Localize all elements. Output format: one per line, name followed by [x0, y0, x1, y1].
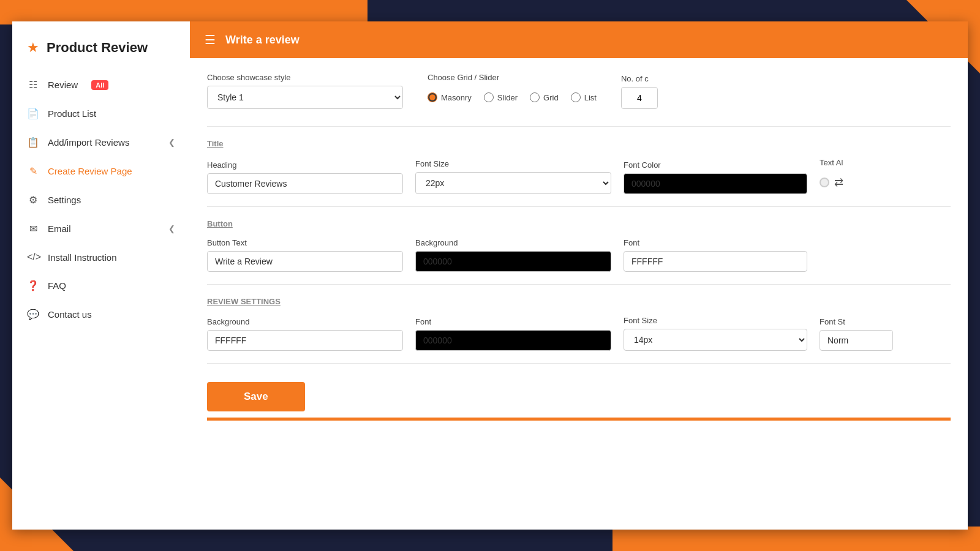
font-color-input[interactable] — [624, 173, 807, 194]
font-size-select[interactable]: 12px 14px 16px 18px 20px 22px 24px 28px … — [415, 172, 611, 194]
button-text-input[interactable] — [207, 251, 403, 272]
text-align-controls: ⇄ — [820, 171, 843, 194]
sidebar-label-review: Review — [48, 80, 78, 90]
heading-label: Heading — [207, 160, 403, 170]
email-icon: ✉ — [27, 223, 39, 234]
title-section-label: Title — [207, 139, 951, 148]
review-settings-label: REVIEW SETTINGS — [207, 297, 951, 306]
text-align-label: Text Al — [820, 158, 843, 167]
showcase-section: Choose showcase style Style 1 Style 2 St… — [207, 73, 951, 127]
no-of-col-label: No. of c — [621, 74, 658, 83]
edit-icon: ✎ — [27, 165, 39, 177]
radio-slider[interactable]: Slider — [484, 92, 518, 102]
review-font-size-group: Font Size 10px 11px 12px 13px 14px 16px … — [624, 316, 807, 351]
review-font-style-label: Font St — [820, 317, 893, 326]
sidebar-item-add-import[interactable]: 📋 Add/import Reviews ❮ — [12, 128, 190, 157]
button-font-label: Font — [624, 238, 807, 247]
button-section: Button Button Text Background Font — [207, 219, 951, 285]
text-align-radio[interactable] — [820, 178, 829, 187]
heading-input[interactable] — [207, 173, 403, 194]
sidebar-label-install: Install Instruction — [48, 252, 117, 263]
radio-slider-input[interactable] — [484, 92, 494, 102]
button-section-label: Button — [207, 219, 951, 228]
heading-group: Heading — [207, 160, 403, 194]
top-bar: ☰ Write a review — [190, 21, 968, 58]
grid-slider-label: Choose Grid / Slider — [428, 73, 597, 82]
radio-grid[interactable]: Grid — [530, 92, 559, 102]
showcase-style-label: Choose showcase style — [207, 73, 403, 82]
text-align-icon[interactable]: ⇄ — [834, 176, 843, 189]
button-font-input[interactable] — [624, 251, 807, 272]
review-settings-row: Background Font Font Size 10px 11px 12px — [207, 316, 951, 351]
sidebar-item-create-review[interactable]: ✎ Create Review Page — [12, 157, 190, 186]
sidebar-nav: ☷ Review All 📄 Product List 📋 Add/import… — [12, 70, 190, 530]
grid-slider-group: Choose Grid / Slider Masonry Slider — [428, 73, 597, 109]
review-font-size-select[interactable]: 10px 11px 12px 13px 14px 16px 18px 20px — [624, 329, 807, 351]
showcase-row: Choose showcase style Style 1 Style 2 St… — [207, 73, 951, 109]
review-bg-label: Background — [207, 317, 403, 326]
showcase-style-select[interactable]: Style 1 Style 2 Style 3 — [207, 86, 403, 109]
review-font-input[interactable] — [415, 330, 611, 351]
radio-grid-label: Grid — [543, 93, 559, 102]
radio-grid-input[interactable] — [530, 92, 540, 102]
main-content: ☰ Write a review Choose showcase style S… — [190, 21, 968, 530]
text-align-group: Text Al ⇄ — [820, 158, 843, 194]
page-title: Write a review — [225, 34, 300, 47]
no-of-col-input[interactable] — [621, 87, 658, 109]
review-font-style-group: Font St — [820, 317, 893, 351]
sidebar-label-faq: FAQ — [48, 280, 66, 291]
font-size-label: Font Size — [415, 159, 611, 168]
sidebar-item-review[interactable]: ☷ Review All — [12, 70, 190, 99]
chat-icon: 💬 — [27, 309, 39, 320]
button-row: Button Text Background Font — [207, 238, 951, 272]
badge-all: All — [91, 80, 108, 90]
no-of-col-group: No. of c — [621, 74, 658, 109]
font-color-group: Font Color — [624, 160, 807, 194]
sidebar-item-install[interactable]: </> Install Instruction — [12, 243, 190, 271]
review-font-size-label: Font Size — [624, 316, 807, 325]
app-title: Product Review — [47, 40, 148, 56]
help-icon: ❓ — [27, 280, 39, 291]
sidebar-item-contact[interactable]: 💬 Contact us — [12, 300, 190, 329]
radio-masonry-label: Masonry — [441, 93, 472, 102]
sidebar-label-contact: Contact us — [48, 309, 92, 320]
sidebar-item-faq[interactable]: ❓ FAQ — [12, 271, 190, 300]
radio-list-input[interactable] — [571, 92, 581, 102]
radio-group: Masonry Slider Grid — [428, 86, 597, 109]
save-button[interactable]: Save — [207, 382, 305, 411]
radio-list[interactable]: List — [571, 92, 597, 102]
review-font-group: Font — [415, 317, 611, 351]
sidebar-item-email[interactable]: ✉ Email ❮ — [12, 214, 190, 243]
review-settings-section: REVIEW SETTINGS Background Font Font Siz… — [207, 297, 951, 364]
doc-icon: 📄 — [27, 108, 39, 119]
font-color-label: Font Color — [624, 160, 807, 170]
button-font-group: Font — [624, 238, 807, 272]
button-bg-input[interactable] — [415, 251, 611, 272]
chevron-icon-email: ❮ — [168, 224, 175, 233]
font-size-group: Font Size 12px 14px 16px 18px 20px 22px … — [415, 159, 611, 194]
title-section: Title Heading Font Size 12px 14px 16px 1… — [207, 139, 951, 207]
sidebar-item-product-list[interactable]: 📄 Product List — [12, 99, 190, 128]
radio-masonry-input[interactable] — [428, 92, 437, 102]
chevron-icon: ❮ — [168, 138, 175, 147]
button-bg-group: Background — [415, 238, 611, 272]
radio-slider-label: Slider — [497, 93, 518, 102]
copy-icon: 📋 — [27, 137, 39, 148]
hamburger-icon[interactable]: ☰ — [205, 32, 216, 47]
app-logo: ★ Product Review — [12, 34, 190, 70]
bottom-orange-bar — [207, 418, 951, 421]
radio-masonry[interactable]: Masonry — [428, 92, 472, 102]
sidebar-item-settings[interactable]: ⚙ Settings — [12, 186, 190, 214]
title-row: Heading Font Size 12px 14px 16px 18px 20… — [207, 158, 951, 194]
button-text-group: Button Text — [207, 238, 403, 272]
sidebar-label-email: Email — [48, 223, 71, 234]
star-icon: ★ — [27, 40, 39, 56]
review-bg-group: Background — [207, 317, 403, 351]
review-font-label: Font — [415, 317, 611, 326]
gear-icon: ⚙ — [27, 194, 39, 206]
radio-list-label: List — [584, 93, 597, 102]
showcase-style-group: Choose showcase style Style 1 Style 2 St… — [207, 73, 403, 109]
review-bg-input[interactable] — [207, 330, 403, 351]
save-section: Save — [207, 376, 951, 418]
review-font-style-input[interactable] — [820, 330, 893, 351]
